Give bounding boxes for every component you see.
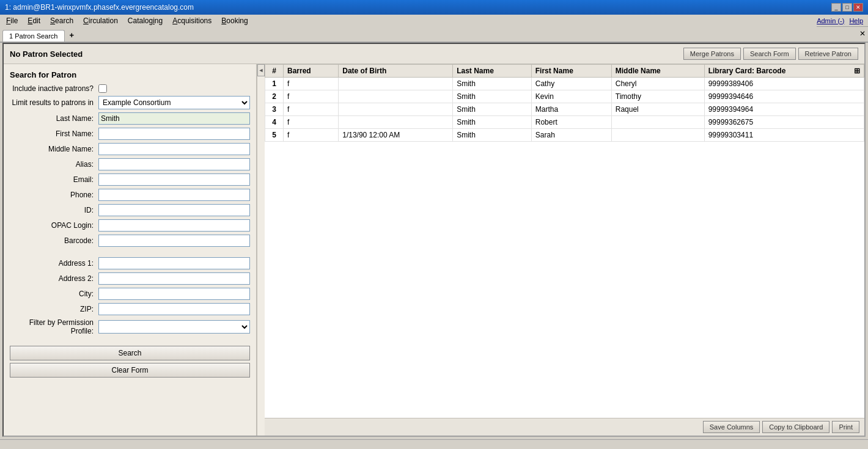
middle-name-input[interactable] bbox=[98, 143, 250, 155]
city-row: City: bbox=[10, 288, 250, 300]
opac-login-row: OPAC Login: bbox=[10, 219, 250, 232]
zip-row: ZIP: bbox=[10, 303, 250, 315]
status-bar bbox=[0, 439, 868, 449]
title-bar: 1: admin@BR1-winxpvmfx.phasefx.evergreen… bbox=[0, 0, 868, 15]
opac-login-input[interactable] bbox=[98, 219, 250, 232]
menu-edit[interactable]: Edit bbox=[23, 15, 45, 26]
search-button[interactable]: Search bbox=[10, 346, 250, 360]
alias-row: Alias: bbox=[10, 158, 250, 170]
print-button[interactable]: Print bbox=[832, 421, 859, 433]
cell-barred: f bbox=[284, 78, 339, 90]
minimize-button[interactable]: _ bbox=[831, 3, 841, 12]
cell-barred: f bbox=[284, 116, 339, 129]
menu-acquisitions[interactable]: Acquisitions bbox=[167, 15, 216, 26]
menu-file[interactable]: File bbox=[1, 15, 23, 26]
title-bar-controls[interactable]: _ □ ✕ bbox=[831, 3, 863, 12]
save-columns-button[interactable]: Save Columns bbox=[703, 421, 760, 433]
zip-input[interactable] bbox=[98, 303, 250, 315]
cell-num: 3 bbox=[265, 103, 284, 116]
tab-add-button[interactable]: + bbox=[65, 29, 79, 42]
permission-profile-select[interactable] bbox=[98, 320, 250, 334]
menu-search[interactable]: Search bbox=[45, 15, 78, 26]
limit-results-select[interactable]: Example Consortium bbox=[98, 96, 250, 109]
table-row[interactable]: 5 f 1/13/90 12:00 AM Smith Sarah 9999930… bbox=[265, 129, 864, 142]
alias-label: Alias: bbox=[10, 160, 98, 169]
tab-bar: 1 Patron Search + ✕ bbox=[0, 27, 868, 43]
city-input[interactable] bbox=[98, 288, 250, 300]
permission-profile-row: Filter by Permission Profile: bbox=[10, 318, 250, 335]
cell-dob bbox=[339, 116, 453, 129]
merge-patrons-button[interactable]: Merge Patrons bbox=[683, 48, 741, 60]
table-row[interactable]: 3 f Smith Martha Raquel 99999394964 bbox=[265, 103, 864, 116]
col-dob[interactable]: Date of Birth bbox=[339, 65, 453, 78]
alias-input[interactable] bbox=[98, 158, 250, 170]
col-barcode[interactable]: Library Card: Barcode ⊞ bbox=[704, 65, 864, 78]
table-row[interactable]: 4 f Smith Robert 99999362675 bbox=[265, 116, 864, 129]
permission-profile-label: Filter by Permission Profile: bbox=[10, 318, 98, 335]
phone-input[interactable] bbox=[98, 189, 250, 201]
limit-results-row: Limit results to patrons in Example Cons… bbox=[10, 96, 250, 109]
content-area: Search for Patron Include inactive patro… bbox=[4, 64, 864, 436]
include-inactive-checkbox[interactable] bbox=[98, 84, 107, 93]
close-button[interactable]: ✕ bbox=[853, 3, 863, 12]
cell-last-name: Smith bbox=[453, 129, 532, 142]
menu-bar: File Edit Search Circulation Cataloging … bbox=[0, 15, 817, 27]
first-name-row: First Name: bbox=[10, 128, 250, 140]
col-last-name[interactable]: Last Name bbox=[453, 65, 532, 78]
id-input[interactable] bbox=[98, 204, 250, 216]
menu-cataloging[interactable]: Cataloging bbox=[123, 15, 167, 26]
tab-close-icon[interactable]: ✕ bbox=[859, 29, 866, 38]
copy-to-clipboard-button[interactable]: Copy to Clipboard bbox=[762, 421, 829, 433]
email-row: Email: bbox=[10, 173, 250, 186]
search-panel: Search for Patron Include inactive patro… bbox=[4, 64, 257, 436]
col-barred[interactable]: Barred bbox=[284, 65, 339, 78]
search-form-button[interactable]: Search Form bbox=[743, 48, 796, 60]
cell-middle-name bbox=[611, 116, 704, 129]
left-expand-button[interactable]: ◄ bbox=[257, 64, 265, 76]
first-name-label: First Name: bbox=[10, 130, 98, 138]
last-name-row: Last Name: bbox=[10, 112, 250, 125]
main-window: No Patron Selected Merge Patrons Search … bbox=[2, 43, 866, 437]
col-num[interactable]: # bbox=[265, 65, 284, 78]
address1-input[interactable] bbox=[98, 257, 250, 269]
city-label: City: bbox=[10, 290, 98, 298]
table-row[interactable]: 2 f Smith Kevin Timothy 99999394646 bbox=[265, 90, 864, 103]
col-first-name[interactable]: First Name bbox=[531, 65, 611, 78]
retrieve-patron-button[interactable]: Retrieve Patron bbox=[798, 48, 858, 60]
last-name-input[interactable] bbox=[98, 112, 250, 125]
cell-middle-name: Raquel bbox=[611, 103, 704, 116]
tab-patron-search[interactable]: 1 Patron Search bbox=[2, 30, 65, 42]
title-bar-text: 1: admin@BR1-winxpvmfx.phasefx.evergreen… bbox=[5, 3, 194, 12]
cell-dob: 1/13/90 12:00 AM bbox=[339, 129, 453, 142]
results-table-container: # Barred Date of Birth Last Name First N… bbox=[265, 64, 864, 418]
address2-row: Address 2: bbox=[10, 272, 250, 285]
cell-num: 4 bbox=[265, 116, 284, 129]
email-input[interactable] bbox=[98, 173, 250, 186]
middle-name-row: Middle Name: bbox=[10, 143, 250, 155]
cell-barred: f bbox=[284, 90, 339, 103]
address2-input[interactable] bbox=[98, 272, 250, 285]
cell-dob bbox=[339, 78, 453, 90]
clear-form-button[interactable]: Clear Form bbox=[10, 363, 250, 378]
cell-barred: f bbox=[284, 129, 339, 142]
help-link[interactable]: Help bbox=[849, 17, 863, 24]
maximize-button[interactable]: □ bbox=[842, 3, 852, 12]
cell-last-name: Smith bbox=[453, 90, 532, 103]
barcode-input[interactable] bbox=[98, 235, 250, 247]
col-middle-name[interactable]: Middle Name bbox=[611, 65, 704, 78]
header-bar: No Patron Selected Merge Patrons Search … bbox=[4, 44, 864, 64]
cell-last-name: Smith bbox=[453, 116, 532, 129]
email-label: Email: bbox=[10, 175, 98, 184]
admin-link[interactable]: Admin (-) bbox=[817, 17, 844, 24]
menu-booking[interactable]: Booking bbox=[216, 15, 252, 26]
cell-num: 2 bbox=[265, 90, 284, 103]
id-row: ID: bbox=[10, 204, 250, 216]
table-header-row: # Barred Date of Birth Last Name First N… bbox=[265, 65, 864, 78]
barcode-label: Barcode: bbox=[10, 236, 98, 245]
address1-row: Address 1: bbox=[10, 257, 250, 269]
opac-login-label: OPAC Login: bbox=[10, 221, 98, 230]
cell-first-name: Sarah bbox=[531, 129, 611, 142]
table-row[interactable]: 1 f Smith Cathy Cheryl 99999389406 bbox=[265, 78, 864, 90]
first-name-input[interactable] bbox=[98, 128, 250, 140]
menu-circulation[interactable]: Circulation bbox=[78, 15, 123, 26]
